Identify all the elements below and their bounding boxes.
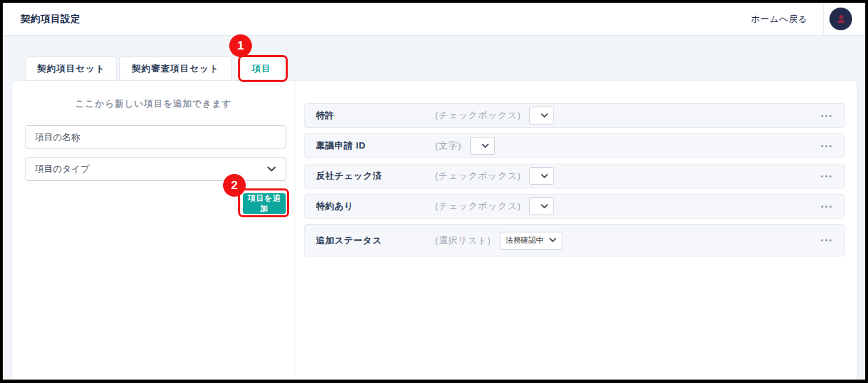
item-type-label: (チェックボックス) xyxy=(435,170,521,182)
item-name-input[interactable] xyxy=(25,125,286,149)
item-name: 特約あり xyxy=(316,200,435,212)
chevron-down-icon xyxy=(549,238,556,243)
item-type-label: (チェックボックス) xyxy=(435,109,521,122)
tab-label: 契約審査項目セット xyxy=(132,63,220,75)
item-name: 反社チェック済 xyxy=(316,170,435,182)
add-item-hint: ここから新しい項目を追加できます xyxy=(12,98,295,110)
item-default-value: 法務確認中 xyxy=(506,235,544,245)
chevron-down-icon xyxy=(267,166,276,172)
item-type-select[interactable]: 項目のタイプ xyxy=(25,157,286,181)
item-row: 追加ステータス (選択リスト) 法務確認中 xyxy=(304,224,845,256)
item-type-label: (選択リスト) xyxy=(435,234,491,247)
header-divider xyxy=(823,3,824,35)
more-options-icon[interactable] xyxy=(820,112,833,120)
item-row: 反社チェック済 (チェックボックス) xyxy=(304,164,845,188)
chevron-down-icon xyxy=(482,144,489,149)
panel-divider xyxy=(295,81,295,380)
home-link[interactable]: ホームへ戻る xyxy=(751,3,807,35)
more-options-icon[interactable] xyxy=(820,237,833,244)
page-title: 契約項目設定 xyxy=(21,3,81,35)
item-name: 特許 xyxy=(316,109,435,122)
tab-contract-review-item-set[interactable]: 契約審査項目セット xyxy=(119,56,232,80)
item-row: 特約あり (チェックボックス) xyxy=(304,194,845,219)
more-options-icon[interactable] xyxy=(820,203,833,210)
item-row: 稟議申請 ID (文字) xyxy=(304,133,845,158)
content-card: ここから新しい項目を追加できます 項目のタイプ 項目を追加 特許 (チェックボッ… xyxy=(12,80,858,380)
more-options-icon[interactable] xyxy=(820,173,833,180)
chevron-down-icon xyxy=(541,113,548,118)
item-default-value-select[interactable] xyxy=(529,107,554,124)
tab-items[interactable]: 項目 xyxy=(235,56,288,80)
tab-contract-item-set[interactable]: 契約項目セット xyxy=(25,56,117,80)
more-options-icon[interactable] xyxy=(820,142,833,150)
item-default-value-select[interactable] xyxy=(470,137,495,155)
annotation-badge-1: 1 xyxy=(229,34,252,57)
app-page: 契約項目設定 ホームへ戻る 契約項目セット 契約審査項目セット 項目 ここから新… xyxy=(3,3,865,380)
item-default-value-select[interactable]: 法務確認中 xyxy=(500,232,562,250)
item-name: 追加ステータス xyxy=(316,234,435,247)
person-icon xyxy=(835,13,847,25)
item-type-select-label: 項目のタイプ xyxy=(35,163,89,175)
item-type-label: (チェックボックス) xyxy=(435,200,521,212)
item-row: 特許 (チェックボックス) xyxy=(304,103,845,128)
item-default-value-select[interactable] xyxy=(529,167,554,185)
add-item-button[interactable]: 項目を追加 xyxy=(243,193,286,214)
app-header: 契約項目設定 ホームへ戻る xyxy=(3,3,865,36)
tab-label: 項目 xyxy=(252,63,271,75)
annotation-badge-2: 2 xyxy=(223,174,246,197)
tab-label: 契約項目セット xyxy=(37,63,105,75)
item-name: 稟議申請 ID xyxy=(316,140,435,152)
chevron-down-icon xyxy=(541,204,548,209)
item-default-value-select[interactable] xyxy=(529,197,554,215)
item-type-label: (文字) xyxy=(435,140,462,152)
avatar[interactable] xyxy=(829,8,852,30)
chevron-down-icon xyxy=(541,174,548,179)
